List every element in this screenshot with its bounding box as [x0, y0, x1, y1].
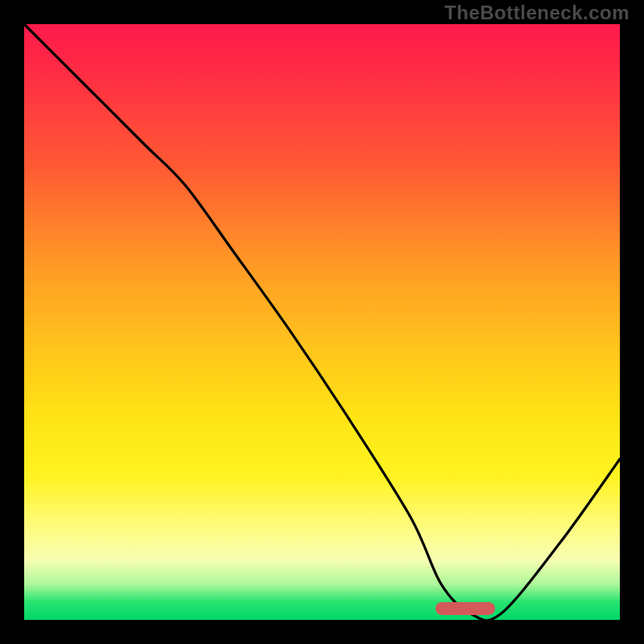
curve-path [24, 24, 620, 621]
optimum-marker [436, 602, 495, 615]
watermark-text: TheBottleneck.com [444, 2, 630, 24]
plot-area [24, 24, 620, 620]
chart-frame: TheBottleneck.com [0, 0, 644, 644]
bottleneck-curve [24, 24, 620, 620]
